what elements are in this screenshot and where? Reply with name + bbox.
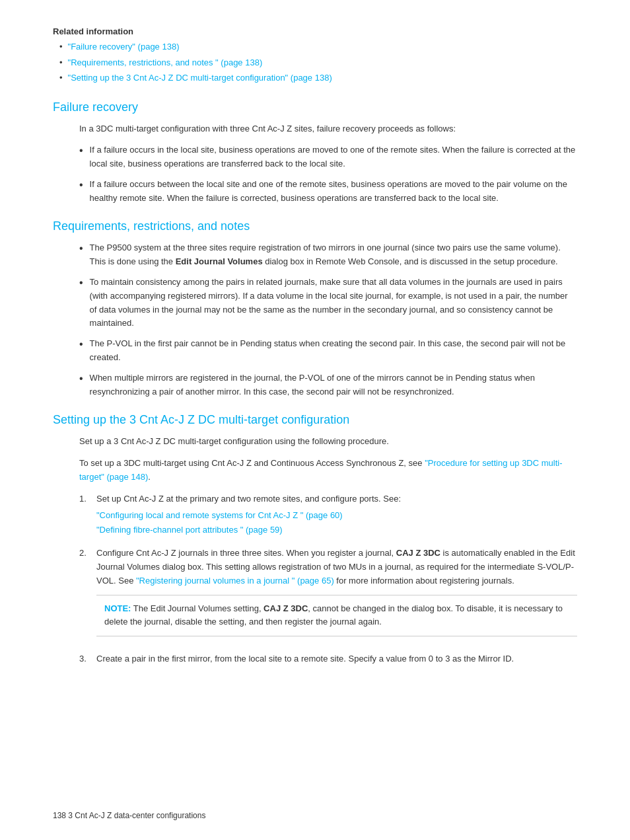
related-links-list: "Failure recovery" (page 138) "Requireme… xyxy=(53,40,577,85)
related-link-3[interactable]: "Setting up the 3 Cnt Ac-J Z DC multi-ta… xyxy=(59,71,577,85)
req-bullet-3-text: The P-VOL in the first pair cannot be in… xyxy=(90,337,577,365)
step-1-num: 1. xyxy=(79,492,92,506)
step-2-bold: CAJ Z 3DC xyxy=(396,548,440,558)
failure-bullet-1-text: If a failure occurs in the local site, b… xyxy=(90,143,577,171)
setup-heading: Setting up the 3 Cnt Ac-J Z DC multi-tar… xyxy=(53,413,577,427)
note-label: NOTE: xyxy=(104,603,131,613)
related-information-section: Related information "Failure recovery" (… xyxy=(53,26,577,85)
setup-intro2: To set up a 3DC multi-target using Cnt A… xyxy=(79,457,577,484)
step-2-link[interactable]: "Registering journal volumes in a journa… xyxy=(136,576,334,586)
req-bullet-4: When multiple mirrors are registered in … xyxy=(79,371,577,399)
step-3-text: Create a pair in the first mirror, from … xyxy=(96,654,514,664)
requirements-section: Requirements, restrictions, and notes Th… xyxy=(53,219,577,399)
related-link-2[interactable]: "Requirements, restrictions, and notes "… xyxy=(59,56,577,69)
step-1-sub-links: "Configuring local and remote systems fo… xyxy=(96,509,577,538)
setup-step-3: 3. Create a pair in the first mirror, fr… xyxy=(79,652,577,666)
req-bullet-2: To maintain consistency among the pairs … xyxy=(79,276,577,330)
req-bullet-1-bold: Edit Journal Volumes xyxy=(176,256,263,266)
step-2-note: NOTE: The Edit Journal Volumes setting, … xyxy=(96,595,577,637)
failure-bullet-2-text: If a failure occurs between the local si… xyxy=(90,178,577,206)
page-footer: 138 3 Cnt Ac-J Z data-center configurati… xyxy=(53,811,205,820)
failure-recovery-bullets: If a failure occurs in the local site, b… xyxy=(79,143,577,205)
req-bullet-3: The P-VOL in the first pair cannot be in… xyxy=(79,337,577,365)
req-bullet-4-text: When multiple mirrors are registered in … xyxy=(90,371,577,399)
req-bullet-2-text: To maintain consistency among the pairs … xyxy=(90,276,577,330)
failure-recovery-heading: Failure recovery xyxy=(53,100,577,114)
setup-intro2-suffix: . xyxy=(148,472,151,482)
requirements-heading: Requirements, restrictions, and notes xyxy=(53,219,577,233)
setup-step-1: 1. Set up Cnt Ac-J Z at the primary and … xyxy=(79,492,577,537)
step-1-link-1[interactable]: "Configuring local and remote systems fo… xyxy=(96,509,577,523)
req-bullet-1: The P9500 system at the three sites requ… xyxy=(79,241,577,269)
step-3-content: Create a pair in the first mirror, from … xyxy=(96,652,577,666)
failure-bullet-1: If a failure occurs in the local site, b… xyxy=(79,143,577,171)
related-link-2-anchor[interactable]: "Requirements, restrictions, and notes "… xyxy=(68,56,263,69)
step-3-num: 3. xyxy=(79,652,92,666)
setup-steps: 1. Set up Cnt Ac-J Z at the primary and … xyxy=(79,492,577,666)
step-2-text: Configure Cnt Ac-J Z journals in three t… xyxy=(96,548,575,586)
related-link-1[interactable]: "Failure recovery" (page 138) xyxy=(59,40,577,54)
step-1-content: Set up Cnt Ac-J Z at the primary and two… xyxy=(96,492,577,537)
failure-recovery-intro: In a 3DC multi-target configuration with… xyxy=(79,122,577,136)
step-1-link-2[interactable]: "Defining fibre-channel port attributes … xyxy=(96,523,577,537)
step-1-text: Set up Cnt Ac-J Z at the primary and two… xyxy=(96,494,401,504)
related-info-label: Related information xyxy=(53,26,577,36)
setup-section: Setting up the 3 Cnt Ac-J Z DC multi-tar… xyxy=(53,413,577,666)
related-link-3-anchor[interactable]: "Setting up the 3 Cnt Ac-J Z DC multi-ta… xyxy=(68,71,332,85)
step-2-suffix: for more information about registering j… xyxy=(334,576,514,586)
setup-intro2-prefix: To set up a 3DC multi-target using Cnt A… xyxy=(79,458,425,468)
step-2-content: Configure Cnt Ac-J Z journals in three t… xyxy=(96,547,577,643)
failure-bullet-2: If a failure occurs between the local si… xyxy=(79,178,577,206)
note-bold: CAJ Z 3DC xyxy=(263,603,308,613)
related-link-1-anchor[interactable]: "Failure recovery" (page 138) xyxy=(68,40,180,54)
setup-intro: Set up a 3 Cnt Ac-J Z DC multi-target co… xyxy=(79,435,577,449)
footer-text: 138 3 Cnt Ac-J Z data-center configurati… xyxy=(53,811,205,820)
note-text: The Edit Journal Volumes setting, CAJ Z … xyxy=(104,603,563,627)
step-2-num: 2. xyxy=(79,547,92,560)
setup-step-2: 2. Configure Cnt Ac-J Z journals in thre… xyxy=(79,547,577,643)
failure-recovery-section: Failure recovery In a 3DC multi-target c… xyxy=(53,100,577,206)
requirements-bullets: The P9500 system at the three sites requ… xyxy=(79,241,577,399)
req-bullet-1-text: The P9500 system at the three sites requ… xyxy=(90,241,577,269)
